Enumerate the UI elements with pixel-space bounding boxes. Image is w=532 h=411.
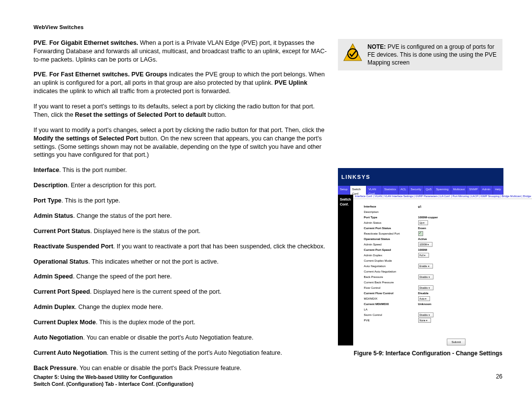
- term-pve-2: PVE: [33, 71, 46, 78]
- field-label: Port Type: [33, 197, 62, 204]
- two-column-layout: PVE. For Gigabit Ethernet switches. When…: [33, 39, 502, 379]
- top-tab[interactable]: Switch Conf.: [350, 186, 366, 195]
- config-label: Current Duplex Mode: [364, 259, 418, 263]
- footer-chapter: Chapter 5: Using the Web-based Utility f…: [33, 374, 502, 380]
- config-row: Current Port Speed1000M: [364, 247, 532, 253]
- field-definitions: Interface. This is the port number.Descr…: [33, 166, 327, 372]
- warning-icon: [343, 43, 363, 63]
- field-item: Back Pressure. You can enable or disable…: [33, 364, 327, 373]
- field-label: Description: [33, 182, 67, 189]
- config-label: Auto Negotiation: [364, 264, 418, 268]
- field-item: Interface. This is the port number.: [33, 166, 327, 174]
- field-label: Admin Duplex: [33, 304, 75, 310]
- config-row: Current Duplex Mode: [364, 258, 532, 264]
- field-item: Admin Status. Change the status of the p…: [33, 212, 327, 220]
- body-column: PVE. For Gigabit Ethernet switches. When…: [33, 39, 327, 379]
- config-select[interactable]: Disable ▾: [418, 274, 433, 279]
- config-label: Reactivate Suspended Port: [364, 232, 418, 236]
- field-item: Operational Status. This indicates wheth…: [33, 258, 327, 266]
- term-pve-uplink: PVE Uplink: [274, 79, 307, 86]
- config-row: MDI/MDIXAuto ▾: [364, 296, 532, 302]
- top-tab[interactable]: VLAN Conf.: [366, 186, 382, 195]
- figure-main-panel: Interface Conf. | VLAN | VLAN Interface …: [353, 195, 532, 345]
- top-tab[interactable]: Statistics: [382, 186, 399, 195]
- config-checkbox[interactable]: [418, 231, 423, 236]
- paragraph-pve-gigabit: PVE. For Gigabit Ethernet switches. When…: [33, 39, 327, 64]
- figure-body: Switch Conf. Interface Conf. | VLAN | VL…: [338, 195, 503, 345]
- config-label: Port Type: [364, 215, 418, 219]
- field-item: Current Auto Negotiation. This is the cu…: [33, 349, 327, 357]
- submit-button[interactable]: Submit: [447, 339, 466, 345]
- config-label: Admin Status: [364, 221, 418, 225]
- config-label: Current MDI/MDIX: [364, 302, 418, 306]
- field-text: . Change the speed of the port here.: [73, 273, 172, 280]
- config-value: g1: [418, 205, 422, 208]
- config-select[interactable]: Up ▾: [418, 220, 429, 225]
- top-tab[interactable]: QoS: [424, 186, 434, 195]
- config-row: Back PressureDisable ▾: [364, 274, 532, 280]
- config-label: Operational Status: [364, 237, 418, 241]
- field-text: . If you want to reactivate a port that …: [113, 243, 325, 250]
- config-select[interactable]: Full ▾: [418, 253, 429, 258]
- field-label: Back Pressure: [33, 365, 76, 372]
- config-value: Down: [418, 226, 426, 230]
- doc-title: WebView Switches: [33, 24, 502, 31]
- config-row: Flow ControlDisable ▾: [364, 285, 532, 291]
- field-text: . This is the duplex mode of the port.: [96, 319, 195, 326]
- config-row: Interfaceg1: [364, 204, 532, 209]
- config-row: Current MDI/MDIXUnknown: [364, 302, 532, 307]
- figure-header-bar: LINKSYS: [338, 168, 503, 186]
- config-select[interactable]: 1000M ▾: [418, 242, 433, 247]
- left-nav-label: Switch Conf.: [338, 195, 353, 345]
- field-item: Admin Duplex. Change the duplex mode her…: [33, 303, 327, 311]
- config-value: 1000M: [418, 248, 427, 252]
- term-gigabit: For Gigabit Ethernet switches.: [49, 39, 138, 46]
- top-tab[interactable]: Multicast: [451, 186, 467, 195]
- field-label: Current Port Speed: [33, 288, 90, 295]
- config-row: Current Auto Negotiation: [364, 269, 532, 274]
- config-row: Description: [364, 209, 532, 215]
- config-label: Admin Duplex: [364, 253, 418, 257]
- top-tab[interactable]: SNMP: [467, 186, 480, 195]
- config-select[interactable]: Disable ▾: [418, 285, 433, 290]
- note-text: NOTE: PVE is configured on a group of po…: [367, 43, 498, 67]
- field-label: Current Port Status: [33, 228, 90, 235]
- paragraph-pve-fast: PVE. For Fast Ethernet switches. PVE Gro…: [33, 70, 327, 96]
- config-row: LA: [364, 307, 532, 312]
- submit-row: Submit: [353, 337, 532, 345]
- field-label: Admin Speed: [33, 273, 73, 280]
- field-label: Operational Status: [33, 258, 88, 265]
- config-value: Active: [418, 237, 427, 241]
- config-label: MDI/MDIX: [364, 297, 418, 301]
- config-select[interactable]: Disable ▾: [418, 312, 433, 317]
- field-text: . Displayed here is the status of the po…: [90, 228, 200, 235]
- top-tab[interactable]: Help: [493, 186, 503, 195]
- term-reset-button: Reset the settings of Selected Port to d…: [75, 111, 206, 118]
- footer: Chapter 5: Using the Web-based Utility f…: [33, 374, 502, 387]
- config-label: Back Pressure: [364, 275, 418, 279]
- config-select[interactable]: None ▾: [418, 318, 431, 323]
- config-row: Current Flow ControlDisable: [364, 291, 532, 296]
- figure-container: LINKSYS SetupSwitch Conf.VLAN Conf.Stati…: [338, 168, 502, 357]
- top-tab[interactable]: Spanning: [434, 186, 451, 195]
- top-tab[interactable]: Admin: [480, 186, 493, 195]
- config-select[interactable]: Auto ▾: [418, 296, 431, 301]
- sub-tabs: Interface Conf. | VLAN | VLAN Interface …: [353, 195, 532, 199]
- config-label: Description: [364, 210, 418, 214]
- top-tabs: SetupSwitch Conf.VLAN Conf.StatisticsACL…: [338, 186, 503, 195]
- top-tab[interactable]: Setup: [338, 186, 350, 195]
- config-row: Admin DuplexFull ▾: [364, 253, 532, 258]
- field-text: . Change the status of the port here.: [73, 212, 172, 219]
- field-text: . You can enable or disable the port's B…: [76, 365, 241, 372]
- config-row: Current Back Pressure: [364, 280, 532, 285]
- config-select[interactable]: Enable ▾: [418, 264, 433, 269]
- term-fast-groups: For Fast Ethernet switches. PVE Groups: [49, 71, 167, 78]
- field-text: . This is the port type.: [62, 197, 120, 204]
- field-item: Auto Negotiation. You can enable or disa…: [33, 334, 327, 342]
- config-label: Interface: [364, 205, 418, 208]
- config-label: Storm Control: [364, 313, 418, 317]
- field-item: Port Type. This is the port type.: [33, 197, 327, 205]
- config-row: Operational StatusActive: [364, 237, 532, 242]
- top-tab[interactable]: Security: [409, 186, 424, 195]
- top-tab[interactable]: ACL: [399, 186, 409, 195]
